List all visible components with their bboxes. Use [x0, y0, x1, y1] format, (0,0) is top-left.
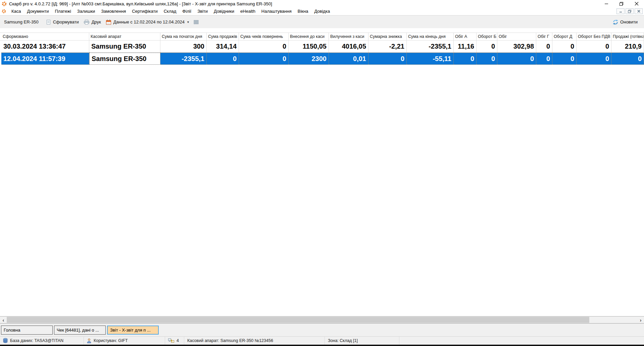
- window-tab-1[interactable]: Чек [64481], дані о ...: [54, 326, 106, 335]
- table-cell[interactable]: -2355,1: [160, 53, 207, 65]
- menu-item-звіти[interactable]: Звіти: [194, 8, 211, 15]
- database-label: База даних: TASA3@TITAN: [10, 338, 63, 343]
- date-range-button[interactable]: Данные с 12.02.2024 по 12.04.2024 ▾: [103, 18, 191, 26]
- open-windows-tabbar: ГоловнаЧек [64481], дані о ...Звіт - X-з…: [0, 324, 644, 336]
- table-cell[interactable]: 1150,05: [289, 41, 329, 53]
- table-cell[interactable]: 2300: [289, 53, 329, 65]
- scrollbar-thumb[interactable]: [7, 317, 589, 323]
- horizontal-scrollbar[interactable]: ‹ ›: [0, 316, 644, 324]
- columns-icon: [194, 19, 199, 25]
- table-cell[interactable]: 0: [577, 41, 611, 53]
- zone-label: Зона: Склад [1]: [328, 338, 358, 343]
- column-header[interactable]: Сума на кінець дня: [407, 33, 454, 40]
- print-button[interactable]: Друк: [81, 18, 103, 26]
- table-cell[interactable]: 0: [536, 53, 552, 65]
- minimize-button[interactable]: [599, 0, 614, 7]
- generate-label: Сформувати: [53, 19, 79, 24]
- mdi-minimize-button[interactable]: [616, 8, 625, 14]
- menu-item-платежі[interactable]: Платежі: [52, 8, 74, 15]
- date-range-label: Данные с 12.02.2024 по 12.04.2024: [113, 19, 185, 24]
- column-header[interactable]: Сума на початок дня: [160, 33, 207, 40]
- generate-button[interactable]: Сформувати: [43, 18, 81, 26]
- column-header[interactable]: Сформовано: [1, 33, 89, 40]
- table-cell[interactable]: 4016,05: [329, 41, 368, 53]
- menu-item-філії[interactable]: Філії: [179, 8, 194, 15]
- report-grid: СформованоКасовий апаратСума на початок …: [0, 33, 644, 316]
- close-button[interactable]: [629, 0, 644, 7]
- column-header[interactable]: Сумарна знижка: [368, 33, 407, 40]
- table-cell[interactable]: 0,01: [329, 53, 368, 65]
- scroll-left-arrow-icon[interactable]: ‹: [0, 316, 7, 323]
- column-header[interactable]: Оборот Без ПДВ: [577, 33, 611, 40]
- table-cell[interactable]: 0: [239, 53, 289, 65]
- column-header[interactable]: Сума продажів: [207, 33, 239, 40]
- column-header[interactable]: Сума чеків повернень: [239, 33, 289, 40]
- menu-item-замовлення[interactable]: Замовлення: [98, 8, 129, 15]
- table-cell[interactable]: 30.03.2024 13:36:47: [1, 41, 89, 53]
- table-cell[interactable]: Samsung ER-350: [89, 53, 160, 65]
- table-cell[interactable]: 0: [239, 41, 289, 53]
- table-cell[interactable]: 0: [477, 53, 497, 65]
- menu-item-вікна[interactable]: Вікна: [295, 8, 311, 15]
- table-row[interactable]: 12.04.2024 11:57:39Samsung ER-350-2355,1…: [0, 53, 644, 65]
- column-header[interactable]: Вилучення з каси: [329, 33, 368, 40]
- table-cell[interactable]: 302,98: [497, 41, 536, 53]
- table-cell[interactable]: 11,16: [454, 41, 477, 53]
- restore-button[interactable]: [614, 0, 629, 7]
- table-cell[interactable]: 0: [497, 53, 536, 65]
- menu-item-довідники[interactable]: Довідники: [211, 8, 237, 15]
- column-header[interactable]: Оборот Д: [552, 33, 577, 40]
- table-body: 30.03.2024 13:36:47Samsung ER-350300314,…: [0, 41, 644, 65]
- window-tab-0[interactable]: Головна: [1, 326, 53, 335]
- table-cell[interactable]: 0: [207, 53, 239, 65]
- table-cell[interactable]: 0: [454, 53, 477, 65]
- mdi-minimize-icon: [619, 10, 622, 13]
- menu-item-налаштування[interactable]: Налаштування: [258, 8, 295, 15]
- column-header[interactable]: Касовий апарат: [89, 33, 160, 40]
- mdi-close-button[interactable]: [635, 8, 643, 14]
- table-cell[interactable]: Samsung ER-350: [89, 41, 160, 53]
- table-cell[interactable]: 0: [611, 53, 644, 65]
- table-cell[interactable]: -55,11: [407, 53, 454, 65]
- menu-item-документи[interactable]: Документи: [24, 8, 52, 15]
- table-cell[interactable]: 0: [552, 53, 577, 65]
- window-tab-2[interactable]: Звіт - X-звіт для п ...: [107, 326, 159, 335]
- menu-item-каса[interactable]: Каса: [8, 8, 24, 15]
- columns-button[interactable]: [191, 18, 201, 26]
- column-header[interactable]: Обіг Г: [536, 33, 552, 40]
- screen-bottom-edge: [0, 345, 644, 346]
- table-cell[interactable]: 0: [552, 41, 577, 53]
- menu-item-склад[interactable]: Склад: [161, 8, 180, 15]
- printer-icon: [84, 19, 90, 25]
- table-cell[interactable]: 210,9: [611, 41, 644, 53]
- column-header[interactable]: Продажі (готівка): [611, 33, 644, 40]
- minimize-icon: [604, 2, 608, 6]
- restore-icon: [619, 2, 624, 6]
- table-cell[interactable]: 0: [536, 41, 552, 53]
- toolbar-gap: [0, 28, 644, 33]
- app-window: Скарб pro v. 4.0.2.72 [ІД: 969] - [Апт №…: [0, 0, 644, 346]
- table-row[interactable]: 30.03.2024 13:36:47Samsung ER-350300314,…: [0, 41, 644, 53]
- table-cell[interactable]: 314,14: [207, 41, 239, 53]
- mdi-restore-button[interactable]: [626, 8, 634, 14]
- table-cell[interactable]: -2355,1: [407, 41, 454, 53]
- menu-item-довідка[interactable]: Довідка: [311, 8, 333, 15]
- table-cell[interactable]: 0: [368, 53, 407, 65]
- menu-item-залишки[interactable]: Залишки: [74, 8, 98, 15]
- menu-item-ehealth[interactable]: eHealth: [237, 8, 258, 15]
- column-header[interactable]: Оборот Б: [477, 33, 497, 40]
- table-cell[interactable]: 0: [477, 41, 497, 53]
- column-header[interactable]: Внесення до каси: [289, 33, 329, 40]
- refresh-button[interactable]: Оновити: [610, 18, 640, 26]
- column-header[interactable]: Обіг: [497, 33, 536, 40]
- menu-item-сертифікати[interactable]: Сертифікати: [129, 8, 161, 15]
- refresh-icon: [613, 19, 618, 25]
- table-cell[interactable]: 12.04.2024 11:57:39: [1, 53, 89, 65]
- table-cell[interactable]: -2,21: [368, 41, 407, 53]
- table-cell[interactable]: 0: [577, 53, 611, 65]
- scroll-right-arrow-icon[interactable]: ›: [637, 316, 644, 323]
- column-header[interactable]: Обіг А: [454, 33, 477, 40]
- table-cell[interactable]: 300: [160, 41, 207, 53]
- close-icon: [635, 2, 639, 6]
- dropdown-caret-icon: ▾: [187, 20, 189, 24]
